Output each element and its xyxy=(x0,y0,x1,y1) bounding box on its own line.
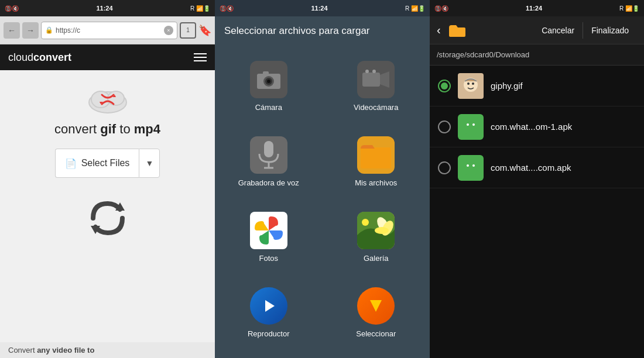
hamburger-menu[interactable] xyxy=(194,53,207,61)
svg-line-33 xyxy=(463,125,465,129)
selector-icon xyxy=(357,287,395,325)
svg-point-15 xyxy=(372,70,376,73)
header-actions: Cancelar Finalizado xyxy=(533,22,637,39)
dialog-header: Seleccionar archivos para cargar xyxy=(215,16,430,47)
url-text: https://c xyxy=(56,26,80,35)
file-item-files[interactable]: Mis archivos xyxy=(323,127,430,202)
svg-point-35 xyxy=(467,164,469,167)
logo-text-start: cloud xyxy=(8,51,33,63)
selector-label: Seleccionar xyxy=(356,329,396,339)
panel-cloudconvert: 📵🔇 11:24 R 📶🔋 ← → 🔒 https://c × 1 🔖 clou… xyxy=(0,0,215,358)
bookmark-button[interactable]: 🔖 xyxy=(198,24,211,37)
forward-button[interactable]: → xyxy=(22,22,39,39)
player-label: Reproductor xyxy=(248,329,290,339)
path-bar: /storage/sdcard0/Download xyxy=(430,44,644,66)
tab-count-button[interactable]: 1 xyxy=(180,22,196,39)
svg-point-21 xyxy=(362,219,369,226)
video-icon xyxy=(357,61,395,98)
svg-point-36 xyxy=(472,164,475,167)
files-icon xyxy=(357,136,395,174)
radio-button-unselected[interactable] xyxy=(438,161,451,174)
file-list: giphy.gif com xyxy=(430,66,644,358)
bottom-text: Convert any video file to xyxy=(0,342,215,358)
radio-button-unselected[interactable] xyxy=(438,121,451,133)
svg-line-38 xyxy=(477,166,478,170)
logo-text-end: convert xyxy=(33,51,71,63)
svg-rect-16 xyxy=(264,141,273,157)
browser-bar: ← → 🔒 https://c × 1 🔖 xyxy=(0,16,215,44)
select-files-row: 📄 Select Files ▼ xyxy=(55,149,160,178)
video-label: Videocámara xyxy=(354,103,398,113)
file-thumbnail-apk1 xyxy=(458,114,484,140)
svg-point-32 xyxy=(472,123,475,126)
back-arrow-button[interactable]: ‹ xyxy=(437,23,441,37)
svg-point-2 xyxy=(108,91,124,105)
convert-title: convert gif to mp4 xyxy=(54,122,160,137)
current-path: /storage/sdcard0/Download xyxy=(437,50,529,59)
file-item-gallery[interactable]: Galería xyxy=(323,202,430,278)
status-left-icons: 📵🔇 xyxy=(5,5,19,12)
file-item-video[interactable]: Videocámara xyxy=(323,51,430,127)
dialog-title: Seleccionar archivos para cargar xyxy=(224,25,420,37)
file-name-apk1: com.what...om-1.apk xyxy=(491,122,636,132)
svg-point-29 xyxy=(467,82,470,85)
svg-marker-26 xyxy=(370,300,382,312)
svg-point-14 xyxy=(365,70,369,73)
status-time-p3: 11:24 xyxy=(526,5,542,12)
radio-button-selected[interactable] xyxy=(438,80,451,92)
status-right-p3: R 📶🔋 xyxy=(619,5,639,12)
file-item-selector[interactable]: Seleccionar xyxy=(323,278,430,353)
camera-icon xyxy=(250,61,287,98)
file-item-player[interactable]: Reproductor xyxy=(215,278,323,353)
file-grid: Cámara Videocámara xyxy=(215,47,430,358)
gallery-icon xyxy=(357,212,395,249)
back-button[interactable]: ← xyxy=(4,22,20,39)
svg-marker-13 xyxy=(380,71,389,88)
status-left-p2: 📵🔇 xyxy=(220,5,234,12)
app-logo: cloudconvert xyxy=(8,51,71,64)
title-mp4: mp4 xyxy=(134,122,160,136)
bottom-text-start: Convert xyxy=(8,346,37,354)
svg-point-24 xyxy=(375,227,389,234)
gallery-label: Galería xyxy=(364,254,389,264)
svg-rect-11 xyxy=(263,71,269,75)
panel-file-browser: 📵🔇 11:24 R 📶🔋 ‹ Cancelar Finalizado /sto… xyxy=(430,0,644,358)
url-close-button[interactable]: × xyxy=(164,26,173,35)
svg-marker-25 xyxy=(265,300,275,312)
select-files-button[interactable]: 📄 Select Files xyxy=(55,149,139,178)
camera-label: Cámara xyxy=(255,103,282,113)
list-item[interactable]: com.what....com.apk xyxy=(430,147,644,188)
voice-icon xyxy=(250,136,287,174)
list-item[interactable]: giphy.gif xyxy=(430,66,644,106)
files-label: Mis archivos xyxy=(355,178,397,188)
title-gif: gif xyxy=(100,122,116,136)
voice-label: Grabadora de voz xyxy=(238,178,299,188)
dropdown-arrow-icon: ▼ xyxy=(145,159,153,168)
file-thumbnail-giphy xyxy=(458,73,484,99)
select-files-label: Select Files xyxy=(81,158,130,168)
url-bar[interactable]: 🔒 https://c × xyxy=(41,22,177,39)
svg-point-30 xyxy=(472,82,474,85)
photos-icon xyxy=(250,212,287,249)
done-button[interactable]: Finalizado xyxy=(583,22,637,39)
cancel-button[interactable]: Cancelar xyxy=(533,22,583,39)
svg-rect-19 xyxy=(361,147,391,168)
file-item-voice[interactable]: Grabadora de voz xyxy=(215,127,323,202)
status-bar-p1: 📵🔇 11:24 R 📶🔋 xyxy=(0,0,215,16)
panel-file-selector: 📵🔇 11:24 R 📶🔋 Seleccionar archivos para … xyxy=(215,0,430,358)
list-item[interactable]: com.what...om-1.apk xyxy=(430,106,644,147)
status-bar-p3: 📵🔇 11:24 R 📶🔋 xyxy=(430,0,644,16)
file-item-camera[interactable]: Cámara xyxy=(215,51,323,127)
select-files-dropdown[interactable]: ▼ xyxy=(139,149,160,178)
status-left-p3: 📵🔇 xyxy=(434,5,448,12)
svg-rect-12 xyxy=(362,73,380,87)
status-right-p2: R 📶🔋 xyxy=(405,5,425,12)
rotate-icon-large xyxy=(81,192,134,245)
file-item-photos[interactable]: Fotos xyxy=(215,202,323,278)
svg-line-34 xyxy=(477,125,478,129)
radio-inner xyxy=(441,82,448,90)
lock-icon: 🔒 xyxy=(45,26,53,34)
app-header: cloudconvert xyxy=(0,44,215,70)
cloud-icon xyxy=(84,82,131,117)
svg-point-31 xyxy=(467,123,469,126)
